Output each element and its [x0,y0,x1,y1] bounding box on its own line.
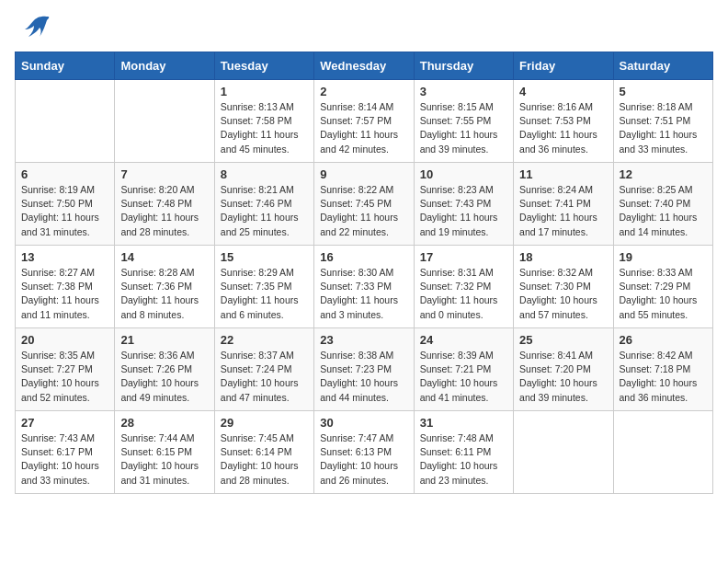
cell-info: Sunrise: 8:20 AM Sunset: 7:48 PM Dayligh… [120,183,208,239]
day-of-week-header: Monday [115,52,214,80]
calendar-cell: 25Sunrise: 8:41 AM Sunset: 7:20 PM Dayli… [514,328,613,411]
calendar-cell [115,80,214,163]
calendar-cell: 21Sunrise: 8:36 AM Sunset: 7:26 PM Dayli… [115,328,214,411]
day-of-week-header: Thursday [414,52,513,80]
day-number: 15 [221,250,308,264]
calendar-cell: 22Sunrise: 8:37 AM Sunset: 7:24 PM Dayli… [214,328,313,411]
day-number: 5 [620,85,707,98]
cell-info: Sunrise: 8:28 AM Sunset: 7:36 PM Dayligh… [120,266,208,322]
calendar-cell: 11Sunrise: 8:24 AM Sunset: 7:41 PM Dayli… [514,163,613,246]
logo-bird-icon [21,15,51,40]
calendar-cell: 8Sunrise: 8:21 AM Sunset: 7:46 PM Daylig… [214,163,313,246]
cell-info: Sunrise: 8:13 AM Sunset: 7:58 PM Dayligh… [221,100,308,156]
calendar-cell [613,411,712,494]
calendar-cell: 28Sunrise: 7:44 AM Sunset: 6:15 PM Dayli… [115,411,214,494]
day-number: 3 [420,85,507,98]
day-number: 27 [21,416,108,430]
day-number: 23 [320,333,407,347]
cell-info: Sunrise: 8:33 AM Sunset: 7:29 PM Dayligh… [620,266,707,322]
day-number: 29 [221,416,308,430]
cell-info: Sunrise: 8:35 AM Sunset: 7:27 PM Dayligh… [21,349,108,405]
day-of-week-header: Saturday [613,52,712,80]
day-number: 26 [620,333,707,347]
cell-info: Sunrise: 8:31 AM Sunset: 7:32 PM Dayligh… [420,266,507,322]
cell-info: Sunrise: 8:14 AM Sunset: 7:57 PM Dayligh… [320,100,407,156]
calendar-cell [514,411,613,494]
cell-info: Sunrise: 8:23 AM Sunset: 7:43 PM Dayligh… [420,183,507,239]
cell-info: Sunrise: 7:43 AM Sunset: 6:17 PM Dayligh… [21,431,108,488]
day-number: 10 [420,167,507,181]
calendar-week-row: 6Sunrise: 8:19 AM Sunset: 7:50 PM Daylig… [16,163,713,246]
day-number: 1 [221,85,308,98]
day-number: 30 [320,416,407,430]
day-number: 9 [320,167,407,181]
calendar-cell: 14Sunrise: 8:28 AM Sunset: 7:36 PM Dayli… [115,246,214,328]
calendar-cell: 26Sunrise: 8:42 AM Sunset: 7:18 PM Dayli… [613,328,712,411]
calendar-cell: 20Sunrise: 8:35 AM Sunset: 7:27 PM Dayli… [16,328,115,411]
day-of-week-header: Friday [514,52,613,80]
cell-info: Sunrise: 8:41 AM Sunset: 7:20 PM Dayligh… [519,349,607,405]
day-number: 11 [519,167,607,181]
cell-info: Sunrise: 8:15 AM Sunset: 7:55 PM Dayligh… [420,100,507,156]
calendar-cell: 24Sunrise: 8:39 AM Sunset: 7:21 PM Dayli… [414,328,513,411]
calendar-week-row: 1Sunrise: 8:13 AM Sunset: 7:58 PM Daylig… [16,80,713,163]
day-number: 20 [21,333,108,347]
cell-info: Sunrise: 7:48 AM Sunset: 6:11 PM Dayligh… [420,431,507,488]
cell-info: Sunrise: 8:36 AM Sunset: 7:26 PM Dayligh… [120,349,208,405]
calendar-cell: 1Sunrise: 8:13 AM Sunset: 7:58 PM Daylig… [214,80,313,163]
cell-info: Sunrise: 8:32 AM Sunset: 7:30 PM Dayligh… [519,266,607,322]
cell-info: Sunrise: 8:39 AM Sunset: 7:21 PM Dayligh… [420,349,507,405]
calendar-cell: 19Sunrise: 8:33 AM Sunset: 7:29 PM Dayli… [613,246,712,328]
cell-info: Sunrise: 7:45 AM Sunset: 6:14 PM Dayligh… [221,431,308,488]
calendar-table: SundayMondayTuesdayWednesdayThursdayFrid… [15,52,713,494]
cell-info: Sunrise: 7:47 AM Sunset: 6:13 PM Dayligh… [320,431,407,488]
calendar-header-row: SundayMondayTuesdayWednesdayThursdayFrid… [16,52,713,80]
calendar-cell: 12Sunrise: 8:25 AM Sunset: 7:40 PM Dayli… [613,163,712,246]
calendar-cell [16,80,115,163]
cell-info: Sunrise: 8:24 AM Sunset: 7:41 PM Dayligh… [519,183,607,239]
day-of-week-header: Sunday [16,52,115,80]
day-of-week-header: Wednesday [314,52,414,80]
calendar-cell: 15Sunrise: 8:29 AM Sunset: 7:35 PM Dayli… [214,246,313,328]
calendar-cell: 10Sunrise: 8:23 AM Sunset: 7:43 PM Dayli… [414,163,513,246]
page-header [15,15,713,40]
calendar-cell: 5Sunrise: 8:18 AM Sunset: 7:51 PM Daylig… [613,80,712,163]
calendar-cell: 4Sunrise: 8:16 AM Sunset: 7:53 PM Daylig… [514,80,613,163]
calendar-week-row: 13Sunrise: 8:27 AM Sunset: 7:38 PM Dayli… [16,246,713,328]
cell-info: Sunrise: 8:27 AM Sunset: 7:38 PM Dayligh… [21,266,108,322]
day-number: 6 [21,167,108,181]
cell-info: Sunrise: 8:37 AM Sunset: 7:24 PM Dayligh… [221,349,308,405]
day-number: 13 [21,250,108,264]
cell-info: Sunrise: 8:30 AM Sunset: 7:33 PM Dayligh… [320,266,407,322]
calendar-cell: 3Sunrise: 8:15 AM Sunset: 7:55 PM Daylig… [414,80,513,163]
calendar-cell: 29Sunrise: 7:45 AM Sunset: 6:14 PM Dayli… [214,411,313,494]
cell-info: Sunrise: 8:22 AM Sunset: 7:45 PM Dayligh… [320,183,407,239]
day-number: 14 [120,250,208,264]
calendar-week-row: 27Sunrise: 7:43 AM Sunset: 6:17 PM Dayli… [16,411,713,494]
cell-info: Sunrise: 8:25 AM Sunset: 7:40 PM Dayligh… [620,183,707,239]
day-number: 12 [620,167,707,181]
cell-info: Sunrise: 8:42 AM Sunset: 7:18 PM Dayligh… [620,349,707,405]
calendar-cell: 2Sunrise: 8:14 AM Sunset: 7:57 PM Daylig… [314,80,414,163]
calendar-cell: 31Sunrise: 7:48 AM Sunset: 6:11 PM Dayli… [414,411,513,494]
day-number: 21 [120,333,208,347]
calendar-cell: 17Sunrise: 8:31 AM Sunset: 7:32 PM Dayli… [414,246,513,328]
cell-info: Sunrise: 8:19 AM Sunset: 7:50 PM Dayligh… [21,183,108,239]
day-of-week-header: Tuesday [214,52,313,80]
cell-info: Sunrise: 7:44 AM Sunset: 6:15 PM Dayligh… [120,431,208,488]
calendar-cell: 27Sunrise: 7:43 AM Sunset: 6:17 PM Dayli… [16,411,115,494]
day-number: 8 [221,167,308,181]
day-number: 17 [420,250,507,264]
calendar-cell: 16Sunrise: 8:30 AM Sunset: 7:33 PM Dayli… [314,246,414,328]
day-number: 25 [519,333,607,347]
calendar-cell: 7Sunrise: 8:20 AM Sunset: 7:48 PM Daylig… [115,163,214,246]
day-number: 31 [420,416,507,430]
calendar-cell: 18Sunrise: 8:32 AM Sunset: 7:30 PM Dayli… [514,246,613,328]
day-number: 24 [420,333,507,347]
logo [15,15,51,40]
calendar-week-row: 20Sunrise: 8:35 AM Sunset: 7:27 PM Dayli… [16,328,713,411]
cell-info: Sunrise: 8:18 AM Sunset: 7:51 PM Dayligh… [620,100,707,156]
day-number: 2 [320,85,407,98]
day-number: 22 [221,333,308,347]
day-number: 7 [120,167,208,181]
